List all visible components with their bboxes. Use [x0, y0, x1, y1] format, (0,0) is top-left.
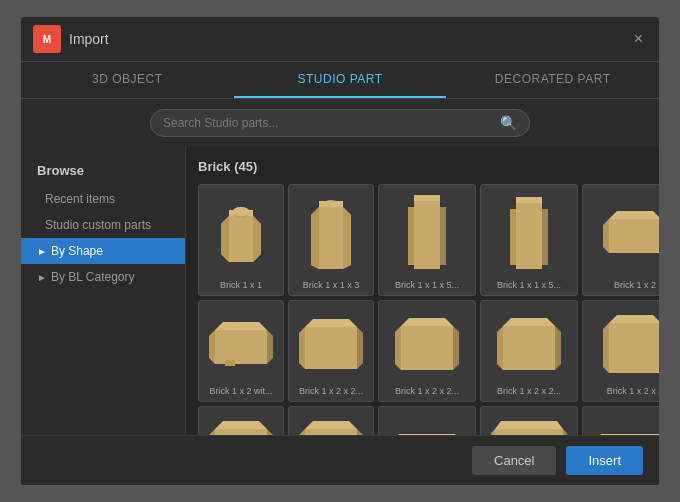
part-item-p11[interactable]: Brick 1 x 2 x 5 [198, 406, 284, 435]
svg-rect-21 [510, 209, 516, 265]
sidebar-item-recent-items[interactable]: Recent items [21, 186, 185, 212]
svg-marker-51 [609, 323, 659, 373]
svg-marker-11 [311, 207, 319, 269]
part-label: Brick 1 x 2 x 2... [299, 386, 363, 397]
svg-marker-42 [401, 326, 453, 370]
svg-point-10 [323, 200, 339, 208]
svg-marker-12 [343, 207, 351, 269]
svg-point-25 [619, 212, 635, 218]
svg-point-32 [245, 323, 261, 329]
svg-marker-64 [305, 421, 357, 429]
part-item-p9[interactable]: Brick 1 x 2 x 2... [480, 300, 578, 402]
chevron-right-icon: ► [37, 246, 47, 257]
svg-point-26 [639, 212, 655, 218]
search-icon: 🔍 [500, 115, 517, 131]
svg-marker-41 [357, 327, 363, 369]
part-label: Brick 1 x 1 x 3 [303, 280, 360, 291]
part-label: Brick 1 x 2 wit... [209, 386, 272, 397]
part-thumbnail [203, 305, 279, 383]
svg-marker-35 [267, 330, 273, 364]
dialog-title: Import [69, 31, 109, 47]
chevron-right-icon: ► [37, 272, 47, 283]
svg-point-78 [540, 422, 554, 428]
svg-marker-46 [503, 326, 555, 370]
part-item-p2[interactable]: Brick 1 x 1 x 3 [288, 184, 374, 296]
svg-rect-16 [408, 207, 414, 265]
part-item-p13[interactable]: Brick 1 x 3 [378, 406, 476, 435]
part-item-p15[interactable]: Brick 1 x 4 [582, 406, 659, 435]
app-logo: M [33, 25, 61, 53]
part-thumbnail [587, 305, 659, 383]
tab-3d-object[interactable]: 3D OBJECT [21, 62, 234, 98]
part-item-p6[interactable]: Brick 1 x 2 wit... [198, 300, 284, 402]
section-title: Brick (45) [198, 159, 647, 174]
svg-marker-55 [603, 323, 609, 373]
tab-decorated-part[interactable]: DECORATED PART [446, 62, 659, 98]
part-label: Brick 1 x 2 [614, 280, 656, 291]
svg-point-20 [522, 197, 536, 203]
svg-marker-44 [395, 326, 401, 370]
part-item-p1[interactable]: Brick 1 x 1 [198, 184, 284, 296]
cancel-button[interactable]: Cancel [472, 446, 556, 475]
svg-marker-40 [299, 327, 305, 369]
main-panel: Brick (45) Brick 1 x 1 Brick 1 [186, 147, 659, 435]
part-label: Brick 1 x 1 [220, 280, 262, 291]
part-label: Brick 1 x 1 x 5... [497, 280, 561, 291]
svg-point-39 [335, 320, 351, 326]
parts-grid: Brick 1 x 1 Brick 1 x 1 x 3 Brick 1 x 1 … [198, 184, 647, 435]
svg-marker-50 [555, 326, 561, 370]
part-thumbnail [485, 411, 573, 435]
insert-button[interactable]: Insert [566, 446, 643, 475]
search-input[interactable] [163, 116, 500, 130]
svg-rect-22 [542, 209, 548, 265]
svg-marker-27 [603, 219, 609, 253]
sidebar-item-by-shape[interactable]: ► By Shape [21, 238, 185, 264]
sidebar-browse-label: Browse [21, 159, 185, 186]
part-thumbnail [383, 189, 471, 277]
part-item-p8[interactable]: Brick 1 x 2 x 2... [378, 300, 476, 402]
import-dialog: M Import × 3D OBJECT STUDIO PART DECORAT… [20, 16, 660, 486]
svg-point-54 [639, 316, 655, 322]
part-item-p14[interactable]: Brick 1 x 3 x 5 [480, 406, 578, 435]
svg-marker-6 [221, 216, 229, 262]
close-button[interactable]: × [630, 31, 647, 47]
svg-rect-17 [440, 207, 446, 265]
part-label: Brick 1 x 2 x 3 [607, 386, 659, 397]
sidebar: Browse Recent items Studio custom parts … [21, 147, 186, 435]
tab-bar: 3D OBJECT STUDIO PART DECORATED PART [21, 62, 659, 99]
part-thumbnail [203, 189, 279, 277]
part-item-p10[interactable]: Brick 1 x 2 x 3 [582, 300, 659, 402]
part-item-p12[interactable]: Brick 1 x 2 x 5... [288, 406, 374, 435]
part-thumbnail [203, 411, 279, 435]
svg-point-53 [619, 316, 635, 322]
svg-marker-29 [215, 330, 267, 364]
sidebar-item-studio-custom-parts[interactable]: Studio custom parts [21, 212, 185, 238]
title-bar: M Import × [21, 17, 659, 62]
svg-marker-45 [453, 326, 459, 370]
part-thumbnail [485, 189, 573, 277]
part-thumbnail [383, 411, 471, 435]
svg-point-60 [245, 422, 261, 428]
svg-rect-13 [414, 201, 440, 269]
svg-marker-23 [609, 219, 659, 253]
part-item-p7[interactable]: Brick 1 x 2 x 2... [288, 300, 374, 402]
svg-rect-33 [225, 360, 235, 366]
content-area: Browse Recent items Studio custom parts … [21, 147, 659, 435]
tab-studio-part[interactable]: STUDIO PART [234, 62, 447, 98]
part-label: Brick 1 x 1 x 5... [395, 280, 459, 291]
sidebar-item-by-bl-category[interactable]: ► By BL Category [21, 264, 185, 290]
svg-point-31 [225, 323, 241, 329]
footer: Cancel Insert [21, 435, 659, 485]
svg-point-5 [233, 207, 249, 215]
search-bar: 🔍 [21, 99, 659, 147]
svg-rect-18 [516, 203, 542, 269]
part-label: Brick 1 x 2 x 2... [497, 386, 561, 397]
part-item-p3[interactable]: Brick 1 x 1 x 5... [378, 184, 476, 296]
svg-point-77 [522, 422, 536, 428]
part-item-p4[interactable]: Brick 1 x 1 x 5... [480, 184, 578, 296]
part-thumbnail [485, 305, 573, 383]
part-thumbnail [383, 305, 471, 383]
part-item-p5[interactable]: Brick 1 x 2 [582, 184, 659, 296]
part-thumbnail [293, 189, 369, 277]
svg-point-59 [225, 422, 241, 428]
